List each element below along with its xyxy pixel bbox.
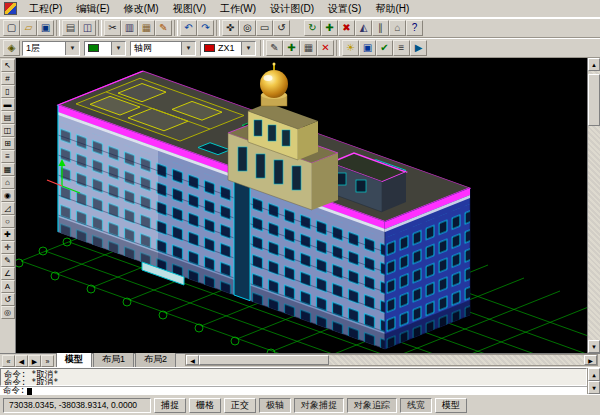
help-icon[interactable]: ? — [406, 20, 423, 36]
menu-design-drawing[interactable]: 设计图(D) — [263, 0, 321, 18]
command-scrollbar[interactable]: ▲ ▼ — [587, 368, 600, 394]
horizontal-scroll-track[interactable] — [329, 355, 584, 365]
app-icon[interactable] — [4, 2, 17, 15]
run-icon[interactable]: ▶ — [410, 40, 427, 56]
command-input[interactable]: 命令: — [0, 386, 587, 395]
open-file-icon[interactable]: ▱ — [20, 20, 37, 36]
scroll-up-icon[interactable]: ▲ — [588, 368, 600, 381]
polar-toggle[interactable]: 极轴 — [259, 398, 291, 413]
mirror-icon[interactable]: ◭ — [355, 20, 372, 36]
undo-icon[interactable]: ↶ — [180, 20, 197, 36]
light-bulb-icon[interactable]: ☀ — [342, 40, 359, 56]
chevron-down-icon[interactable]: ▼ — [241, 42, 255, 55]
viewport[interactable] — [16, 58, 587, 353]
hatch-icon[interactable]: ▦ — [300, 40, 317, 56]
last-tab-icon[interactable]: » — [41, 355, 54, 367]
print-preview-icon[interactable]: ◫ — [79, 20, 96, 36]
stair-tool-icon[interactable]: ≡ — [1, 150, 15, 163]
menu-edit[interactable]: 编辑(E) — [69, 0, 116, 18]
slab-tool-icon[interactable]: ▦ — [1, 163, 15, 176]
first-tab-icon[interactable]: « — [2, 355, 15, 367]
column-tool-icon[interactable]: ▯ — [1, 85, 15, 98]
scroll-left-icon[interactable]: ◀ — [186, 355, 199, 365]
new-file-icon[interactable]: ▢ — [3, 20, 20, 36]
menu-work[interactable]: 工作(W) — [213, 0, 263, 18]
menu-settings[interactable]: 设置(S) — [321, 0, 368, 18]
vertical-scroll-thumb[interactable] — [588, 74, 600, 126]
zoom-tool-icon[interactable]: ◎ — [1, 306, 15, 319]
grid-toggle[interactable]: 栅格 — [189, 398, 221, 413]
undo-tool-icon[interactable]: ↺ — [1, 293, 15, 306]
color-combo[interactable]: ▼ — [84, 41, 126, 56]
roof-tool-icon[interactable]: ⌂ — [1, 176, 15, 189]
chevron-down-icon[interactable]: ▼ — [65, 42, 79, 55]
horizontal-scroll-thumb[interactable] — [199, 355, 329, 365]
save-file-icon[interactable]: ▣ — [37, 20, 54, 36]
horizontal-scrollbar[interactable]: ◀ ▶ — [185, 354, 598, 366]
select-tool-icon[interactable]: ↖ — [1, 59, 15, 72]
prev-tab-icon[interactable]: ◀ — [15, 355, 28, 367]
vertical-scrollbar[interactable]: ▲ ▼ — [587, 58, 600, 353]
zoom-realtime-icon[interactable]: ◎ — [239, 20, 256, 36]
pan-icon[interactable]: ✜ — [222, 20, 239, 36]
scroll-right-icon[interactable]: ▶ — [584, 355, 597, 365]
snap-toggle[interactable]: 捕捉 — [154, 398, 186, 413]
window-tool-icon[interactable]: ⊞ — [1, 137, 15, 150]
cut-icon[interactable]: ✂ — [104, 20, 121, 36]
plot-icon[interactable]: ▤ — [62, 20, 79, 36]
match-properties-icon[interactable]: ✎ — [155, 20, 172, 36]
text-tool-icon[interactable]: A — [1, 280, 15, 293]
style-combo[interactable]: ZX1 ▼ — [200, 41, 256, 56]
add-icon[interactable]: ✚ — [283, 40, 300, 56]
ortho-toggle[interactable]: 正交 — [224, 398, 256, 413]
measure-tool-icon[interactable]: ∠ — [1, 267, 15, 280]
draw-icon[interactable]: ✎ — [266, 40, 283, 56]
layer-manager-icon[interactable]: ◈ — [3, 40, 20, 56]
menu-view[interactable]: 视图(V) — [166, 0, 213, 18]
regen-icon[interactable]: ↻ — [304, 20, 321, 36]
layers-icon[interactable]: ▣ — [359, 40, 376, 56]
move-tool-icon[interactable]: ✛ — [1, 241, 15, 254]
offset-icon[interactable]: ∥ — [372, 20, 389, 36]
scroll-down-icon[interactable]: ▼ — [588, 340, 600, 353]
osnap-toggle[interactable]: 对象捕捉 — [294, 398, 344, 413]
axis-grid-tool-icon[interactable]: # — [1, 72, 15, 85]
settings-icon[interactable]: ≡ — [393, 40, 410, 56]
redo-icon[interactable]: ↷ — [197, 20, 214, 36]
menu-modify[interactable]: 修改(M) — [117, 0, 166, 18]
copy-icon[interactable]: ▥ — [121, 20, 138, 36]
delete-icon[interactable]: ✕ — [317, 40, 334, 56]
scroll-up-icon[interactable]: ▲ — [588, 58, 600, 71]
scroll-down-icon[interactable]: ▼ — [588, 381, 600, 394]
menu-help[interactable]: 帮助(H) — [368, 0, 416, 18]
layer-combo[interactable]: 轴网 ▼ — [130, 41, 196, 56]
zoom-window-icon[interactable]: ▭ — [256, 20, 273, 36]
edit-tool-icon[interactable]: ✎ — [1, 254, 15, 267]
coordinate-readout[interactable]: 73038.0345, -38038.9314, 0.0000 — [3, 398, 151, 413]
door-tool-icon[interactable]: ◫ — [1, 124, 15, 137]
menu-project[interactable]: 工程(P) — [22, 0, 69, 18]
beam-tool-icon[interactable]: ▬ — [1, 98, 15, 111]
command-history[interactable]: 命令: *取消* 命令: *取消* — [0, 368, 587, 386]
chevron-down-icon[interactable]: ▼ — [181, 42, 195, 55]
chevron-down-icon[interactable]: ▼ — [111, 42, 125, 55]
wall-tool-icon[interactable]: ▤ — [1, 111, 15, 124]
model-space-toggle[interactable]: 模型 — [435, 398, 467, 413]
copy-object-icon[interactable]: ✚ — [321, 20, 338, 36]
paste-icon[interactable]: ▦ — [138, 20, 155, 36]
vertical-scroll-track[interactable] — [588, 71, 600, 340]
tab-layout1[interactable]: 布局1 — [93, 351, 134, 367]
erase-icon[interactable]: ✖ — [338, 20, 355, 36]
confirm-icon[interactable]: ✔ — [376, 40, 393, 56]
lineweight-toggle[interactable]: 线宽 — [400, 398, 432, 413]
named-views-icon[interactable]: ⌂ — [389, 20, 406, 36]
add-tool-icon[interactable]: ✚ — [1, 228, 15, 241]
tab-model[interactable]: 模型 — [56, 351, 92, 367]
node-tool-icon[interactable]: ◉ — [1, 189, 15, 202]
otrack-toggle[interactable]: 对象追踪 — [347, 398, 397, 413]
tab-layout2[interactable]: 布局2 — [135, 351, 176, 367]
brace-tool-icon[interactable]: ◿ — [1, 202, 15, 215]
next-tab-icon[interactable]: ▶ — [28, 355, 41, 367]
story-combo[interactable]: 1层 ▼ — [22, 41, 80, 56]
zoom-previous-icon[interactable]: ↺ — [273, 20, 290, 36]
